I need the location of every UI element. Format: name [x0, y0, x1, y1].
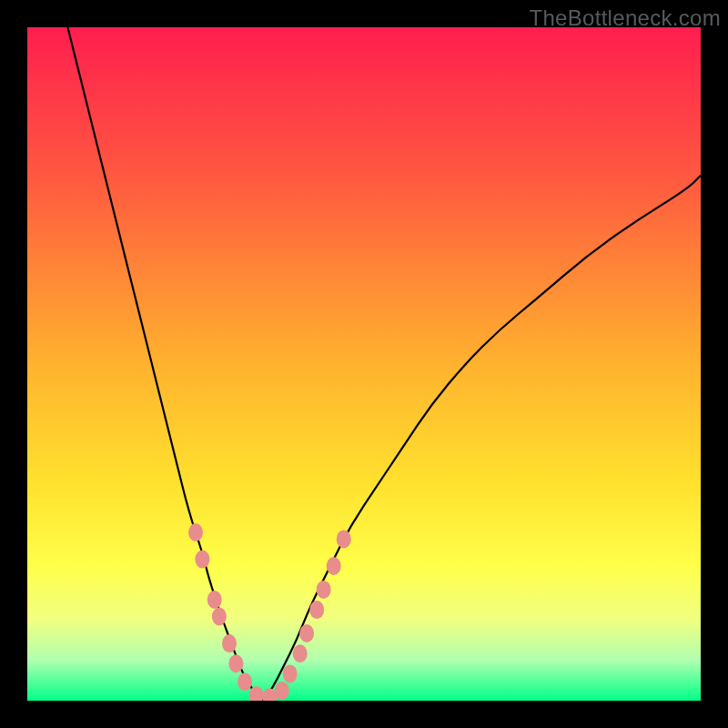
marker-point	[293, 644, 308, 662]
marker-point	[337, 530, 351, 548]
marker-point	[188, 523, 203, 541]
marker-point	[222, 634, 237, 652]
watermark-label: TheBottleneck.com	[529, 5, 721, 31]
marker-point	[275, 682, 289, 700]
marker-point	[299, 624, 314, 642]
data-markers	[27, 27, 701, 701]
marker-point	[309, 601, 324, 619]
marker-point	[317, 581, 331, 599]
marker-point	[228, 654, 243, 672]
marker-point	[212, 608, 227, 626]
marker-point	[195, 551, 209, 569]
marker-point	[283, 664, 298, 682]
plot-area	[27, 27, 701, 701]
marker-point	[327, 557, 341, 575]
marker-point	[207, 591, 222, 609]
marker-point	[238, 672, 252, 691]
marker-point	[249, 686, 264, 701]
